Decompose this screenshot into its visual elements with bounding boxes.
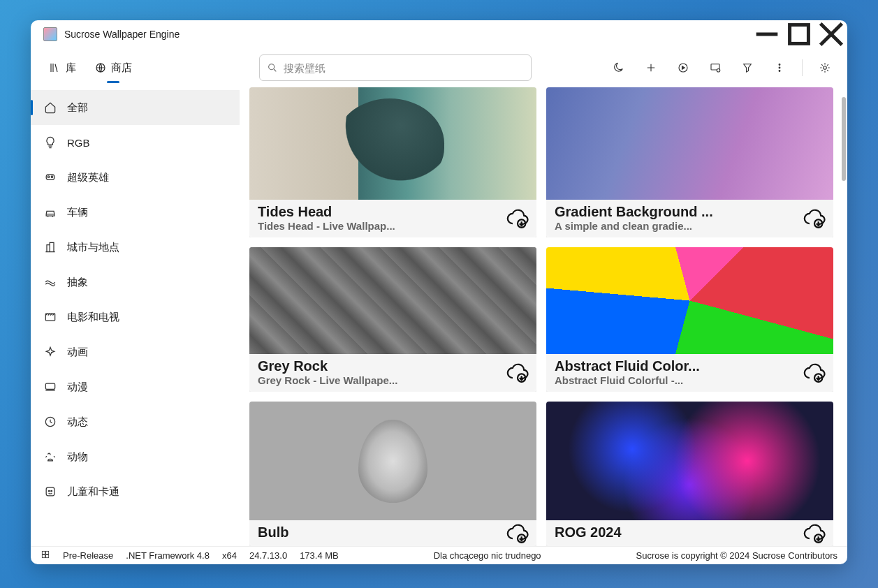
cloud-download-icon (803, 207, 826, 230)
wallpaper-card[interactable]: Gradient Background ... A simple and cle… (546, 87, 833, 237)
status-framework: .NET Framework 4.8 (126, 550, 210, 561)
face-icon (43, 485, 57, 499)
sidebar-item-label: 车辆 (67, 206, 88, 219)
wallpaper-card[interactable]: Abstract Fluid Color... Abstract Fluid C… (546, 247, 833, 392)
svg-line-6 (274, 69, 276, 71)
sidebar-item-city[interactable]: 城市与地点 (31, 230, 240, 265)
more-button[interactable] (766, 54, 793, 82)
maximize-button[interactable] (783, 20, 815, 48)
app-icon (43, 27, 57, 41)
sidebar-item-vehicle[interactable]: 车辆 (31, 195, 240, 230)
download-button[interactable] (506, 207, 529, 230)
gear-icon (819, 61, 831, 74)
close-button[interactable] (815, 20, 847, 48)
sidebar-item-rgb[interactable]: RGB (31, 125, 240, 160)
toolbar: 库 商店 (31, 48, 847, 87)
wallpaper-card[interactable]: Bulb (249, 402, 536, 546)
search-box[interactable] (259, 54, 532, 81)
mask-icon (43, 170, 57, 184)
building-icon (43, 240, 57, 254)
globe-icon (94, 61, 107, 74)
wallpaper-card[interactable]: Tides Head Tides Head - Live Wallpap... (249, 87, 536, 237)
cloud-download-icon (506, 207, 529, 230)
funnel-icon (741, 61, 754, 74)
sidebar-item-superhero[interactable]: 超级英雄 (31, 160, 240, 195)
card-info: Gradient Background ... A simple and cle… (546, 200, 833, 237)
card-info: Grey Rock Grey Rock - Live Wallpape... (249, 354, 536, 392)
cloud-download-icon (506, 361, 529, 385)
sidebar-item-kids[interactable]: 儿童和卡通 (31, 474, 240, 509)
card-title: Tides Head (258, 204, 528, 220)
cloud-download-icon (506, 522, 529, 545)
sidebar-item-label: 动画 (67, 346, 88, 359)
card-subtitle: Tides Head - Live Wallpap... (258, 220, 528, 232)
separator (802, 59, 803, 76)
svg-rect-1 (790, 25, 809, 44)
minimize-button[interactable] (751, 20, 783, 48)
sidebar-item-label: 动物 (67, 450, 88, 464)
app-title: Sucrose Wallpaper Engine (64, 29, 751, 40)
moon-icon (613, 61, 625, 74)
card-title: Grey Rock (258, 358, 528, 374)
sidebar-item-label: 城市与地点 (67, 241, 119, 254)
sidebar-item-animation[interactable]: 动画 (31, 335, 240, 369)
card-subtitle: Abstract Fluid Colorful -... (555, 374, 825, 386)
wallpaper-thumbnail (249, 402, 536, 520)
abstract-icon (43, 275, 57, 289)
wallpaper-thumbnail (249, 247, 536, 354)
svg-point-11 (717, 69, 720, 73)
search-input[interactable] (284, 62, 524, 74)
wallpaper-card[interactable]: Grey Rock Grey Rock - Live Wallpape... (249, 247, 536, 392)
svg-point-18 (51, 176, 53, 178)
play-button[interactable] (669, 54, 697, 82)
download-button[interactable] (803, 522, 826, 545)
wallpaper-card[interactable]: ROG 2024 (546, 402, 833, 546)
sidebar-item-all[interactable]: 全部 (31, 90, 240, 125)
svg-point-12 (779, 64, 780, 66)
plus-icon (645, 61, 657, 74)
svg-rect-20 (45, 383, 54, 389)
sidebar: 全部 RGB 超级英雄 车辆 城市与地点 抽象 (31, 87, 240, 546)
bulb-icon (43, 135, 57, 149)
settings-button[interactable] (811, 54, 839, 82)
display-button[interactable] (701, 54, 729, 82)
home-icon (43, 101, 57, 115)
download-button[interactable] (506, 361, 529, 385)
add-button[interactable] (637, 54, 665, 82)
sidebar-item-anime[interactable]: 动漫 (31, 369, 240, 404)
download-button[interactable] (803, 207, 826, 230)
download-button[interactable] (506, 522, 529, 545)
svg-rect-23 (46, 487, 54, 496)
theme-button[interactable] (605, 54, 633, 82)
scrollbar[interactable] (842, 97, 846, 181)
sidebar-item-label: 超级英雄 (67, 171, 109, 184)
tab-store[interactable]: 商店 (87, 56, 139, 80)
status-quote: Dla chcącego nic trudnego (351, 550, 624, 561)
card-title: Abstract Fluid Color... (555, 358, 825, 374)
card-title: Bulb (258, 524, 528, 541)
svg-rect-32 (42, 551, 45, 554)
sidebar-item-movie[interactable]: 电影和电视 (31, 300, 240, 335)
card-title: Gradient Background ... (555, 204, 825, 220)
tab-library[interactable]: 库 (42, 56, 83, 80)
download-button[interactable] (803, 361, 826, 385)
status-copyright: Sucrose is copyright © 2024 Sucrose Cont… (636, 550, 838, 561)
sidebar-item-label: 电影和电视 (67, 311, 119, 324)
wallpaper-thumbnail (249, 87, 536, 200)
sidebar-item-label: 全部 (67, 101, 88, 115)
status-version: 24.7.13.0 (249, 550, 287, 561)
svg-point-5 (269, 64, 275, 70)
card-info: Abstract Fluid Color... Abstract Fluid C… (546, 354, 833, 392)
dots-vertical-icon (773, 61, 786, 74)
sidebar-item-label: 抽象 (67, 276, 88, 289)
play-circle-icon (677, 61, 689, 74)
screen-icon (43, 380, 57, 394)
monitor-icon (709, 61, 722, 74)
filter-button[interactable] (733, 54, 761, 82)
sidebar-item-abstract[interactable]: 抽象 (31, 265, 240, 300)
statusbar: Pre-Release .NET Framework 4.8 x64 24.7.… (31, 546, 847, 564)
card-info: Tides Head Tides Head - Live Wallpap... (249, 200, 536, 237)
tab-store-label: 商店 (111, 61, 132, 75)
sidebar-item-dynamic[interactable]: 动态 (31, 404, 240, 439)
sidebar-item-animal[interactable]: 动物 (31, 439, 240, 474)
